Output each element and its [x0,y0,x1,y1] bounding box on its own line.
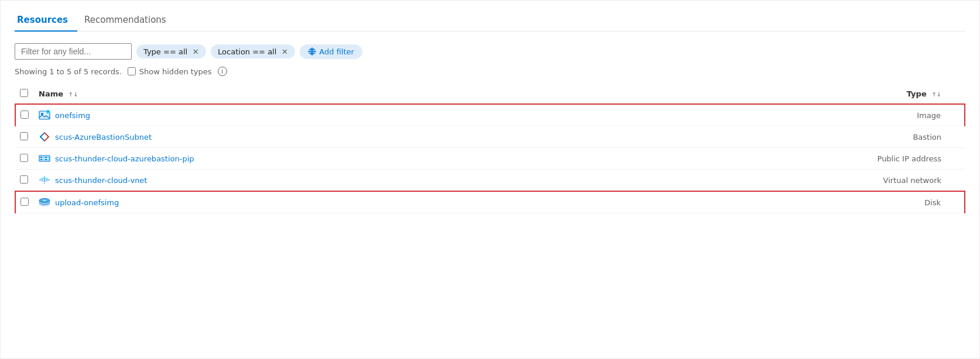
records-row: Showing 1 to 5 of 5 records. Show hidden… [15,67,965,76]
row-type-cell: Public IP address [631,148,965,170]
svg-rect-9 [43,159,44,160]
type-pill-label: Type == all [143,47,187,56]
info-icon[interactable]: i [218,67,227,76]
tab-recommendations[interactable]: Recommendations [82,10,176,31]
location-pill-label: Location == all [218,47,276,56]
resource-name-link[interactable]: onefsimg [55,111,90,120]
row-select-checkbox[interactable] [20,111,29,119]
row-checkbox-cell [15,191,34,213]
table-row: scus-AzureBastionSubnet Bastion [15,126,965,148]
image-icon [39,109,50,121]
svg-rect-4 [39,156,50,161]
row-select-checkbox[interactable] [20,198,29,206]
location-filter-pill: Location == all ✕ [211,44,295,58]
row-name-cell: scus-thunder-cloud-vnet [34,170,631,192]
row-type-cell: Image [631,104,965,126]
svg-rect-11 [45,159,47,160]
svg-rect-13 [47,159,49,160]
records-summary: Showing 1 to 5 of 5 records. [15,67,122,76]
type-filter-pill: Type == all ✕ [136,44,206,58]
add-filter-button[interactable]: Add filter [300,44,362,59]
type-pill-remove[interactable]: ✕ [191,47,200,56]
row-name-cell: scus-AzureBastionSubnet [34,126,631,148]
svg-point-17 [44,200,45,201]
resource-name-link[interactable]: upload-onefsimg [55,198,119,207]
type-sort-icon[interactable]: ↑↓ [931,92,941,98]
table-row: scus-thunder-cloud-vnet Virtual network [15,170,965,192]
table-row: upload-onefsimg Disk [15,191,965,213]
row-checkbox-cell [15,126,34,148]
row-checkbox-cell [15,104,34,126]
svg-rect-12 [47,157,49,158]
row-name-cell: upload-onefsimg [34,191,631,213]
disk-icon [39,196,50,208]
add-filter-label: Add filter [319,47,354,56]
row-type-cell: Virtual network [631,170,965,192]
row-select-checkbox[interactable] [20,154,28,162]
svg-rect-6 [40,157,42,158]
svg-rect-10 [45,157,47,158]
resource-name-link[interactable]: scus-AzureBastionSubnet [55,133,152,141]
vnet-icon [39,174,50,186]
tabs-bar: Resources Recommendations [15,1,965,32]
row-name-cell: onefsimg [34,104,631,126]
header-type: Type ↑↓ [631,85,965,104]
toolbar: Type == all ✕ Location == all ✕ Add filt… [15,43,965,60]
resource-name-link[interactable]: scus-thunder-cloud-azurebastion-pip [55,154,194,163]
select-all-checkbox[interactable] [20,89,28,97]
show-hidden-label[interactable]: Show hidden types [128,67,212,76]
row-select-checkbox[interactable] [20,132,28,140]
name-sort-icon[interactable]: ↑↓ [68,92,78,98]
header-checkbox-cell [15,85,34,104]
show-hidden-checkbox[interactable] [128,67,136,75]
tab-resources[interactable]: Resources [15,10,77,31]
resource-name-link[interactable]: scus-thunder-cloud-vnet [55,176,147,185]
row-checkbox-cell [15,148,34,170]
filter-input[interactable] [15,43,132,60]
bastion-icon [39,131,50,143]
table-row: scus-thunder-cloud-azurebastion-pip Publ… [15,148,965,170]
location-pill-remove[interactable]: ✕ [280,47,289,56]
row-type-cell: Bastion [631,126,965,148]
add-filter-icon [308,47,316,56]
table-row: onefsimg Image [15,104,965,126]
pip-icon [39,153,50,164]
svg-rect-7 [40,159,42,160]
row-checkbox-cell [15,170,34,192]
header-name: Name ↑↓ [34,85,631,104]
svg-rect-8 [43,157,44,158]
row-name-cell: scus-thunder-cloud-azurebastion-pip [34,148,631,170]
row-type-cell: Disk [631,191,965,213]
resource-table: Name ↑↓ Type ↑↓ [15,85,965,213]
row-select-checkbox[interactable] [20,175,28,184]
page-container: Resources Recommendations Type == all ✕ … [0,0,980,359]
